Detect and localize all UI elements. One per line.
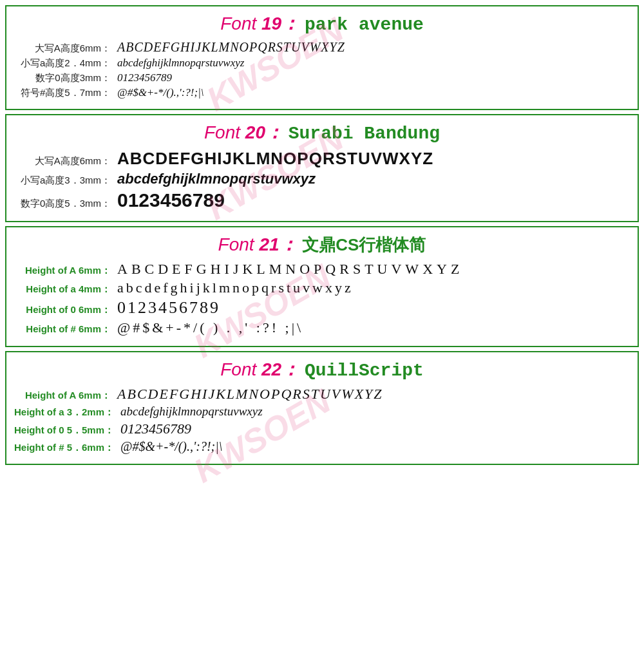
font-22-num-val: 22 [261,359,281,379]
page: Font 19： park avenue KWSOEN 大写A高度6mm： AB… [0,0,644,474]
font-22-label-upper: Height of A 6mm： [14,390,117,402]
font-19-content-sym: @#$&+-*/().,':?!;|\ [117,86,630,99]
font-20-content-lower: abcdefghijklmnopqrstuvwxyz [117,171,630,187]
font-19-row-lower: 小写a高度2．4mm： abcdefghijklmnopqrstuvwxyz [14,57,630,70]
font-20-row-upper: 大写A高度6mm： ABCDEFGHIJKLMNOPQRSTUVWXYZ [14,149,630,169]
font-19-word: Font [220,14,256,33]
font-22-label-num: Height of 0 5．5mm： [14,424,120,437]
font-20-row-lower: 小写a高度3．3mm： abcdefghijklmnopqrstuvwxyz [14,171,630,187]
font-20-colon: ： [265,122,283,142]
font-21-content-lower: abcdefghijklmnopqrstuvwxyz [117,280,630,296]
font-19-row-sym: 符号#高度5．7mm： @#$&+-*/().,':?!;|\ [14,86,630,99]
font-22-row-upper: Height of A 6mm： ABCDEFGHIJKLMNOPQRSTUVW… [14,386,630,403]
font-22-colon: ： [281,359,299,379]
font-19-row-upper: 大写A高度6mm： ABCDEFGHIJKLMNOPQRSTUVWXYZ [14,40,630,55]
font-21-colon: ： [279,234,298,254]
font-19-content-num: 0123456789 [117,71,630,84]
font-20-label-num: 数字0高度5．3mm： [14,198,117,210]
font-22-row-num: Height of 0 5．5mm： 0123456789 [14,421,630,437]
font-20-title: Font 20： Surabi Bandung [14,120,630,145]
font-21-label-num: Height of 0 6mm： [14,304,117,316]
font-20-section: Font 20： Surabi Bandung KWSOEN 大写A高度6mm：… [5,114,639,222]
font-19-name: park avenue [305,15,424,35]
font-22-word: Font [220,359,256,379]
font-21-word: Font [218,234,254,254]
font-20-label-upper: 大写A高度6mm： [14,155,117,167]
font-19-colon: ： [281,14,299,33]
font-19-label-lower: 小写a高度2．4mm： [14,57,117,70]
font-21-content-sym: @#$&+-*/( ) . ,' :?! ;|\ [117,319,630,336]
font-22-content-lower: abcdefghijklmnopqrstuvwxyz [120,404,630,419]
font-22-content-sym: @#$&+-*/().,':?!;|\ [120,439,630,454]
font-20-label-lower: 小写a高度3．3mm： [14,175,117,187]
font-19-content-upper: ABCDEFGHIJKLMNOPQRSTUVWXYZ [117,40,630,55]
font-22-label-sym: Height of # 5．6mm： [14,442,120,454]
font-19-num-val: 19 [261,14,281,33]
font-20-row-num: 数字0高度5．3mm： 0123456789 [14,189,630,211]
font-21-num-val: 21 [259,234,279,254]
font-21-name: 文鼎CS行楷体简 [302,235,426,254]
font-21-label-sym: Height of # 6mm： [14,323,117,336]
font-21-row-upper: Height of A 6mm： ABCDEFGHIJKLMNOPQRSTUVW… [14,261,630,278]
font-22-row-sym: Height of # 5．6mm： @#$&+-*/().,':?!;|\ [14,439,630,454]
font-21-section: Font 21： 文鼎CS行楷体简 KWSOEN Height of A 6mm… [5,226,639,347]
font-19-content-lower: abcdefghijklmnopqrstuvwxyz [117,57,630,70]
font-20-word: Font [204,122,240,142]
font-20-content-num: 0123456789 [117,189,630,211]
font-20-num-val: 20 [245,122,265,142]
font-21-content-num: 0123456789 [117,298,630,318]
font-21-content-upper: ABCDEFGHIJKLMNOPQRSTUVWXYZ [117,261,630,278]
font-22-section: Font 22： QuillScript KWSOEN Height of A … [5,351,639,465]
font-22-content-num: 0123456789 [120,421,630,437]
font-19-section: Font 19： park avenue KWSOEN 大写A高度6mm： AB… [5,5,639,110]
font-19-label-sym: 符号#高度5．7mm： [14,87,117,99]
font-20-name: Surabi Bandung [289,124,440,144]
font-21-row-sym: Height of # 6mm： @#$&+-*/( ) . ,' :?! ;|… [14,319,630,336]
font-19-label-num: 数字0高度3mm： [14,72,117,84]
font-22-label-lower: Height of a 3．2mm： [14,406,120,419]
font-22-name: QuillScript [305,361,424,381]
font-21-row-lower: Height of a 4mm： abcdefghijklmnopqrstuvw… [14,280,630,296]
font-19-label-upper: 大写A高度6mm： [14,43,117,55]
font-21-label-upper: Height of A 6mm： [14,265,117,277]
font-20-content-upper: ABCDEFGHIJKLMNOPQRSTUVWXYZ [117,149,630,169]
font-22-title: Font 22： QuillScript [14,357,630,382]
font-19-row-num: 数字0高度3mm： 0123456789 [14,71,630,84]
font-21-label-lower: Height of a 4mm： [14,283,117,296]
font-19-title: Font 19： park avenue [14,12,630,36]
font-21-row-num: Height of 0 6mm： 0123456789 [14,298,630,318]
font-21-title: Font 21： 文鼎CS行楷体简 [14,233,630,257]
font-22-row-lower: Height of a 3．2mm： abcdefghijklmnopqrstu… [14,404,630,419]
font-22-content-upper: ABCDEFGHIJKLMNOPQRSTUVWXYZ [117,386,630,403]
